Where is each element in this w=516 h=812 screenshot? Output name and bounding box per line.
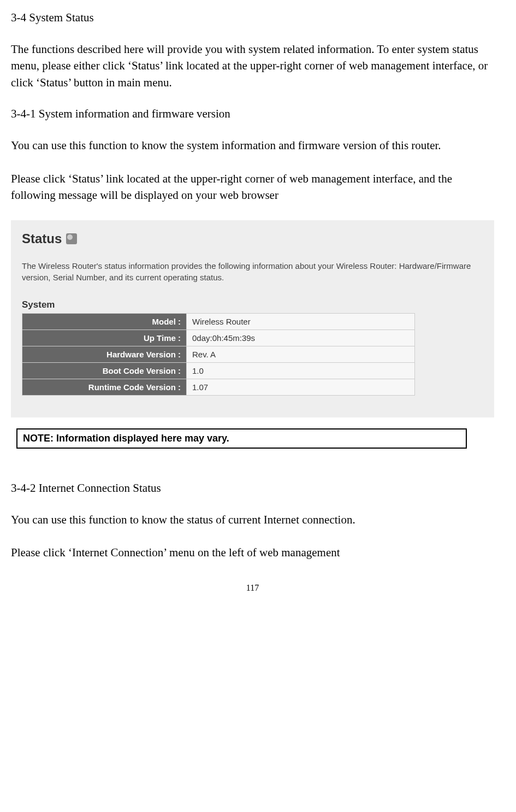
table-row: Model : Wireless Router — [22, 313, 415, 329]
paragraph-3-4-2-a: You can use this function to know the st… — [11, 511, 494, 528]
note-box: NOTE: Information displayed here may var… — [16, 428, 467, 449]
row-label: Model : — [22, 313, 187, 329]
row-value: 1.0 — [187, 362, 415, 379]
row-value: 0day:0h:45m:39s — [187, 329, 415, 346]
table-row: Hardware Version : Rev. A — [22, 346, 415, 362]
row-label: Runtime Code Version : — [22, 379, 187, 395]
section-heading-3-4-1: 3-4-1 System information and firmware ve… — [11, 107, 494, 121]
row-value: 1.07 — [187, 379, 415, 395]
row-label: Up Time : — [22, 329, 187, 346]
row-label: Hardware Version : — [22, 346, 187, 362]
system-label: System — [22, 299, 489, 310]
row-label: Boot Code Version : — [22, 362, 187, 379]
paragraph-intro: The functions described here will provid… — [11, 41, 494, 91]
status-title: Status — [22, 231, 62, 246]
paragraph-3-4-1-b: Please click ‘Status’ link located at th… — [11, 170, 494, 204]
section-heading-3-4-2: 3-4-2 Internet Connection Status — [11, 481, 494, 495]
row-value: Rev. A — [187, 346, 415, 362]
status-panel-screenshot: Status The Wireless Router's status info… — [11, 220, 494, 417]
table-row: Up Time : 0day:0h:45m:39s — [22, 329, 415, 346]
paragraph-3-4-2-b: Please click ‘Internet Connection’ menu … — [11, 544, 494, 561]
table-row: Boot Code Version : 1.0 — [22, 362, 415, 379]
tool-icon — [66, 233, 77, 244]
page-number: 117 — [11, 583, 494, 593]
paragraph-3-4-1-a: You can use this function to know the sy… — [11, 137, 494, 154]
section-heading-3-4: 3-4 System Status — [11, 11, 494, 25]
system-status-table: Model : Wireless Router Up Time : 0day:0… — [22, 313, 415, 396]
row-value: Wireless Router — [187, 313, 415, 329]
status-header: Status — [22, 231, 489, 246]
table-row: Runtime Code Version : 1.07 — [22, 379, 415, 395]
status-description: The Wireless Router's status information… — [22, 260, 489, 283]
